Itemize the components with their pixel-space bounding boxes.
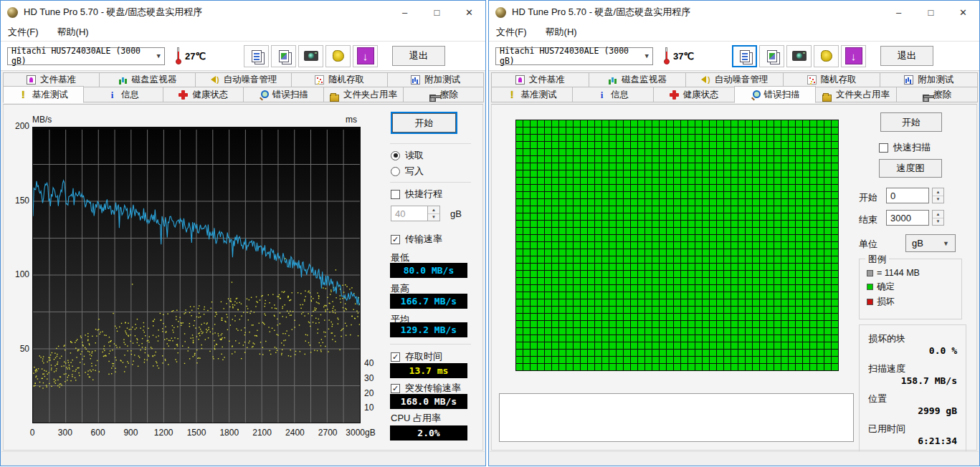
tab-health[interactable]: 健康状态 xyxy=(163,87,244,102)
short-stroke-checkbox[interactable]: 快捷行程 xyxy=(391,188,442,201)
x-tick: 1800 xyxy=(219,428,239,438)
menu-file[interactable]: 文件(F) xyxy=(8,26,39,39)
tab-file-benchmark[interactable]: 文件基准 xyxy=(491,72,589,87)
menubar: 文件(F) 帮助(H) xyxy=(489,24,979,42)
x-tick: 300 xyxy=(58,428,72,438)
drive-select-value: Hitachi HUS724030ALE (3000 gB) xyxy=(11,46,157,66)
ok-swatch-icon xyxy=(867,284,873,290)
start-scan-button[interactable]: 开始 xyxy=(880,112,942,132)
tab-label: 文件基准 xyxy=(40,74,76,86)
max-value: 166.7 MB/s xyxy=(390,294,467,309)
menubar: 文件(F) 帮助(H) xyxy=(1,24,485,42)
tab-erase[interactable]: 擦除 xyxy=(403,87,484,102)
tab-label: 健康状态 xyxy=(683,89,719,101)
scan-end-input[interactable]: 3000 xyxy=(886,210,929,226)
legend-block-size: = 1144 MB xyxy=(867,268,961,278)
close-button[interactable]: ✕ xyxy=(453,1,485,24)
copy-image-button[interactable] xyxy=(759,45,784,67)
maximize-button[interactable]: □ xyxy=(421,1,453,24)
close-button[interactable]: ✕ xyxy=(947,1,979,24)
hand-button[interactable] xyxy=(814,45,839,67)
scan-end-stepper[interactable]: ▲▼ xyxy=(932,210,944,226)
copy-text-button[interactable] xyxy=(732,45,757,67)
minimize-button[interactable]: – xyxy=(389,1,421,24)
unit-select[interactable]: gB ▼ xyxy=(905,234,956,252)
tab-benchmark[interactable]: !基准测试 xyxy=(3,86,84,103)
titlebar[interactable]: HD Tune Pro 5.70 - 硬盘/固态硬盘实用程序 – □ ✕ xyxy=(489,1,979,24)
menu-file[interactable]: 文件(F) xyxy=(496,26,527,39)
scan-start-stepper[interactable]: ▲▼ xyxy=(932,188,944,203)
download-button[interactable]: ↓ xyxy=(841,45,866,67)
burst-rate-checkbox[interactable]: ✓ 突发传输速率 xyxy=(391,382,461,395)
chevron-down-icon: ▼ xyxy=(645,52,649,59)
minimize-button[interactable]: – xyxy=(883,1,915,24)
y-left-unit-label: MB/s xyxy=(32,115,52,125)
cpu-usage-label: CPU 占用率 xyxy=(391,412,441,425)
x-tick: 1200 xyxy=(154,428,173,438)
tab-random-access[interactable]: 随机存取 xyxy=(291,72,388,87)
chevron-down-icon: ▼ xyxy=(157,52,161,59)
short-stroke-size-input[interactable]: 40 xyxy=(391,206,428,221)
tab-random-access[interactable]: 随机存取 xyxy=(783,72,881,87)
tab-disk-monitor[interactable]: 磁盘监视器 xyxy=(99,72,196,87)
window-title: HD Tune Pro 5.70 - 硬盘/固态硬盘实用程序 xyxy=(512,6,883,19)
drive-select[interactable]: Hitachi HUS724030ALE (3000 gB) ▼ xyxy=(495,47,653,65)
info-icon: i xyxy=(108,90,117,100)
tab-auto-noise[interactable]: 自动噪音管理 xyxy=(685,72,784,87)
tab-auto-noise[interactable]: 自动噪音管理 xyxy=(195,72,292,87)
tab-file-benchmark[interactable]: 文件基准 xyxy=(3,72,100,87)
quick-scan-checkbox[interactable]: 快速扫描 xyxy=(879,141,931,154)
transfer-rate-checkbox[interactable]: ✓ 传输速率 xyxy=(391,233,442,246)
temperature-indicator: 27℃ xyxy=(175,47,225,64)
tab-row-1: 文件基准磁盘监视器自动噪音管理随机存取附加测试 xyxy=(3,72,483,87)
tab-benchmark[interactable]: !基准测试 xyxy=(491,87,573,102)
copy-text-button[interactable] xyxy=(244,45,269,67)
download-button[interactable]: ↓ xyxy=(353,45,378,67)
short-stroke-size-field[interactable]: 40 ▲▼ gB xyxy=(391,206,462,221)
tab-info[interactable]: i信息 xyxy=(83,87,164,102)
hand-button[interactable] xyxy=(325,45,351,67)
chevron-down-icon: ▼ xyxy=(943,240,949,247)
exit-button[interactable]: 退出 xyxy=(880,46,933,66)
start-benchmark-button[interactable]: 开始 xyxy=(392,113,456,133)
tab-disk-monitor[interactable]: 磁盘监视器 xyxy=(589,72,687,87)
tab-info[interactable]: i信息 xyxy=(572,87,654,102)
divider xyxy=(390,344,471,345)
drive-select[interactable]: Hitachi HUS724030ALE (3000 gB) ▼ xyxy=(7,47,165,65)
screenshot-button[interactable] xyxy=(786,45,812,67)
exit-button[interactable]: 退出 xyxy=(392,46,445,66)
hand-icon xyxy=(821,50,832,62)
tab-erase[interactable]: 擦除 xyxy=(896,87,978,102)
short-stroke-stepper[interactable]: ▲▼ xyxy=(428,206,440,221)
access-time-checkbox[interactable]: ✓ 存取时间 xyxy=(391,350,442,363)
legend-title: 图例 xyxy=(865,254,889,266)
copy-image-icon xyxy=(279,50,289,62)
maximize-button[interactable]: □ xyxy=(915,1,947,24)
menu-help[interactable]: 帮助(H) xyxy=(57,26,89,39)
unit-label: 单位 xyxy=(859,238,877,251)
temperature-value: 37℃ xyxy=(673,51,694,62)
scan-start-input[interactable]: 0 xyxy=(886,188,929,203)
tab-extra-tests[interactable]: 附加测试 xyxy=(880,72,978,87)
titlebar[interactable]: HD Tune Pro 5.70 - 硬盘/固态硬盘实用程序 – □ ✕ xyxy=(1,1,485,24)
tab-error-scan[interactable]: 错误扫描 xyxy=(734,86,816,103)
elapsed-time-label: 已用时间 xyxy=(868,423,957,435)
read-radio[interactable]: 读取 xyxy=(391,149,424,162)
menu-help[interactable]: 帮助(H) xyxy=(546,26,577,39)
speed-map-button[interactable]: 速度图 xyxy=(879,159,942,178)
download-icon: ↓ xyxy=(357,47,374,64)
tab-folder-usage[interactable]: 文件夹占用率 xyxy=(815,87,897,102)
screenshot-button[interactable] xyxy=(298,45,323,67)
tab-extra-tests[interactable]: 附加测试 xyxy=(387,72,484,87)
tab-error-scan[interactable]: 错误扫描 xyxy=(243,87,324,102)
write-radio[interactable]: 写入 xyxy=(391,165,424,178)
scan-message-box xyxy=(499,393,854,442)
copy-image-button[interactable] xyxy=(271,45,296,67)
scan-end-field[interactable]: 3000 ▲▼ xyxy=(886,210,944,226)
y-left-tick: 150 xyxy=(5,196,29,206)
scan-start-field[interactable]: 0 ▲▼ xyxy=(886,188,944,203)
tab-health[interactable]: 健康状态 xyxy=(653,87,735,102)
y-left-tick: 200 xyxy=(5,121,29,131)
tab-folder-usage[interactable]: 文件夹占用率 xyxy=(323,87,404,102)
toolbar-buttons: ↓ xyxy=(244,45,378,67)
